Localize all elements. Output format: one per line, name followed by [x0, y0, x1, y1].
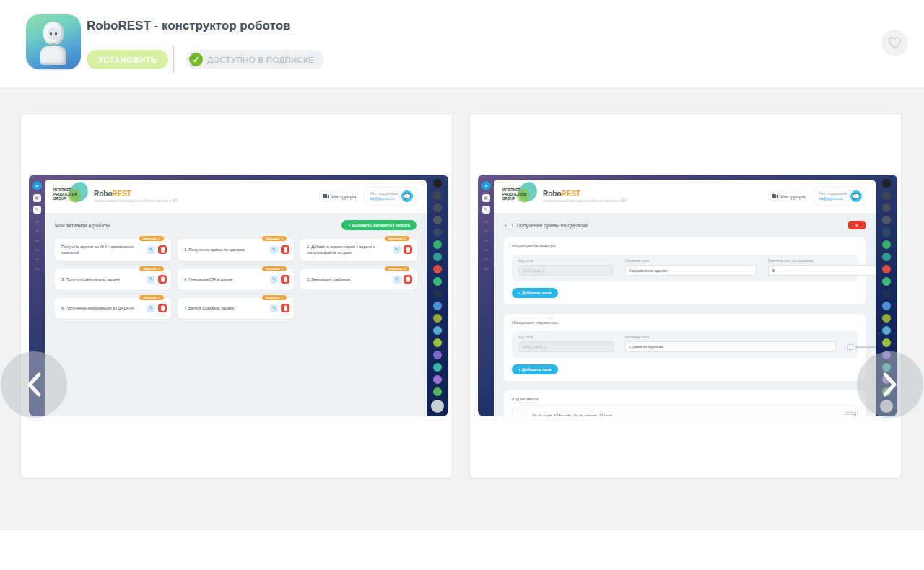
mini-app-window: INTERNET PRODUCTION GROUP RoboREST Униве…: [45, 180, 427, 416]
rail-avatar: [882, 216, 891, 224]
incoming-field-row: Код поля field_input_2 Название поля Нап…: [512, 255, 858, 281]
instruction-link: Инструкция: [772, 194, 805, 199]
rail-avatar: [433, 240, 442, 249]
robot-card[interactable]: Запусков: 1 7. Вебхук создания задачи ✎: [178, 298, 294, 319]
mini-app-window: INTERNET PRODUCTION GROUP RoboREST Униве…: [494, 180, 876, 416]
chat-bubble-icon: 💬: [850, 190, 862, 202]
rail-avatar: [433, 203, 442, 212]
screenshot-carousel: × ▣ ✎ INTERNET PRODUCTION GROUP RoboREST: [0, 88, 924, 530]
runs-badge: Запусков: 1: [261, 294, 287, 301]
robot-card-title: 3. Получить результаты задачи: [61, 276, 144, 282]
page-title: RoboREST - конструктор роботов: [87, 19, 290, 33]
mini-brand: RoboREST: [543, 190, 627, 198]
mini-brand-subtitle: Универсальный конструктор роботов и акти…: [543, 199, 627, 203]
trash-icon[interactable]: [158, 304, 167, 312]
rail-avatar: [882, 338, 891, 347]
trash-icon[interactable]: [281, 245, 289, 254]
rail-avatar: [433, 375, 442, 384]
runs-badge: Запусков: 1: [384, 266, 410, 272]
rail-avatar: [882, 253, 891, 261]
rail-avatar: [882, 191, 891, 200]
robot-card-title: 4. Генерация QR в сделке: [184, 276, 267, 282]
runs-badge: Запусков: 1: [261, 235, 287, 242]
app-icon: [26, 14, 81, 69]
edit-icon[interactable]: ✎: [270, 246, 278, 254]
carousel-slide-2[interactable]: × ▣ ✎ INTERNET PRODUCTION GROUP RoboREST: [469, 113, 902, 478]
edit-icon[interactable]: ✎: [147, 304, 155, 312]
support-box: Тех. поддержка ka@ipgrom.ru 💬: [814, 188, 867, 205]
heart-icon: [888, 37, 902, 49]
robots-section-title: Мои активити и роботы: [55, 223, 110, 228]
favorite-button[interactable]: [881, 30, 908, 56]
install-button[interactable]: УСТАНОВИТЬ: [87, 50, 168, 69]
runs-badge: Запусков: 1: [139, 294, 165, 301]
trash-icon[interactable]: [404, 245, 412, 254]
edit-icon[interactable]: ✎: [393, 276, 401, 284]
support-title: Тех. поддержка: [819, 191, 847, 196]
robot-card[interactable]: Запусков: 1 6. Получение информации из Д…: [55, 298, 171, 319]
robot-card-title: 6. Получение информации из ДАДАТА: [61, 305, 144, 311]
rail-avatar: [433, 191, 442, 200]
edit-icon[interactable]: ✎: [147, 246, 155, 254]
rail-avatar: [433, 179, 442, 188]
carousel-prev-button[interactable]: [1, 351, 67, 418]
edit-icon[interactable]: ✎: [393, 246, 401, 254]
robot-card[interactable]: Запусков: 1 5. Генерация графиков ✎: [300, 269, 417, 290]
multiple-checkbox: Множественное: [847, 344, 876, 350]
runs-badge: Запусков: 1: [384, 235, 410, 242]
chat-bubble-icon: 💬: [401, 190, 413, 202]
window-icon: ▣: [482, 194, 490, 202]
mini-right-rail: [427, 175, 448, 416]
edit-icon[interactable]: ✎: [147, 276, 155, 284]
robot-card[interactable]: Запусков: 1 3. Получить результаты задач…: [55, 269, 171, 290]
robot-grid: Запусков: 1 Получить сделки по ИНН привя…: [55, 239, 417, 319]
checkbox-icon: [847, 344, 853, 350]
edit-icon: ✎: [504, 223, 507, 228]
trash-icon[interactable]: [158, 275, 167, 284]
runs-badge: Запусков: 1: [261, 266, 287, 272]
rail-avatar: [433, 351, 442, 359]
incoming-params-card: Входящие параметры Код поля field_input_…: [504, 237, 866, 304]
robot-card-title: 1. Получение суммы по сделкам: [184, 247, 267, 253]
trash-icon[interactable]: [281, 275, 289, 284]
rail-avatar: [882, 326, 891, 335]
page-header: RoboREST - конструктор роботов УСТАНОВИТ…: [0, 0, 924, 88]
trash-icon[interactable]: [404, 275, 412, 284]
close-icon: ×: [481, 181, 491, 190]
ipg-logo: INTERNET PRODUCTION GROUP: [502, 185, 537, 208]
subscription-badge-label: ДОСТУПНО В ПОДПИСКЕ: [207, 56, 314, 64]
rail-avatar: [433, 338, 442, 347]
support-link: ka@ipgrom.ru: [370, 196, 398, 201]
support-title: Тех. поддержка: [370, 191, 398, 196]
edit-icon[interactable]: ✎: [270, 304, 278, 312]
rail-avatar: [882, 314, 891, 323]
edit-icon[interactable]: ✎: [270, 276, 278, 284]
code-editor: 1"kw">from b24pysdk "kw">import Client2"…: [512, 408, 858, 416]
ipg-logo-text: INTERNET PRODUCTION GROUP: [502, 185, 537, 201]
rail-avatar: [433, 326, 442, 335]
mini-brand-subtitle: Универсальный конструктор роботов и акти…: [94, 199, 178, 203]
rail-avatar: [433, 302, 442, 310]
video-icon: [323, 194, 329, 198]
robot-card[interactable]: Запусков: 1 Получить сделки по ИНН привя…: [55, 239, 171, 261]
robot-card[interactable]: Запусков: 1 1. Получение суммы по сделка…: [178, 239, 294, 261]
mini-body-robots: Мои активити и роботы + Добавить активит…: [45, 213, 427, 416]
carousel-next-button[interactable]: [857, 351, 923, 418]
window-icon: ▣: [33, 194, 41, 202]
carousel-slide-1[interactable]: × ▣ ✎ INTERNET PRODUCTION GROUP RoboREST: [20, 113, 453, 478]
add-field-button: + Добавить поле: [512, 364, 558, 374]
robot-card-title: 2. Добавить комментарий к задаче и загру…: [307, 244, 390, 256]
check-icon: ✓: [189, 53, 203, 66]
robot-card[interactable]: Запусков: 1 2. Добавить комментарий к за…: [300, 239, 417, 261]
trash-icon[interactable]: [158, 245, 167, 254]
outgoing-title: Исходящие параметры: [512, 320, 858, 325]
rail-avatar: [882, 289, 891, 298]
support-box: Тех. поддержка ka@ipgrom.ru 💬: [365, 188, 418, 205]
robot-card-title: 7. Вебхук создания задачи: [184, 305, 267, 311]
rail-avatar: [882, 179, 891, 188]
robot-card[interactable]: Запусков: 1 4. Генерация QR в сделке ✎: [178, 269, 294, 290]
field-test-input: 8: [768, 265, 876, 276]
editor-title: ✎ 1. Получение суммы по сделкам: [504, 223, 588, 228]
trash-icon[interactable]: [281, 304, 289, 312]
rail-avatar: [433, 387, 442, 396]
